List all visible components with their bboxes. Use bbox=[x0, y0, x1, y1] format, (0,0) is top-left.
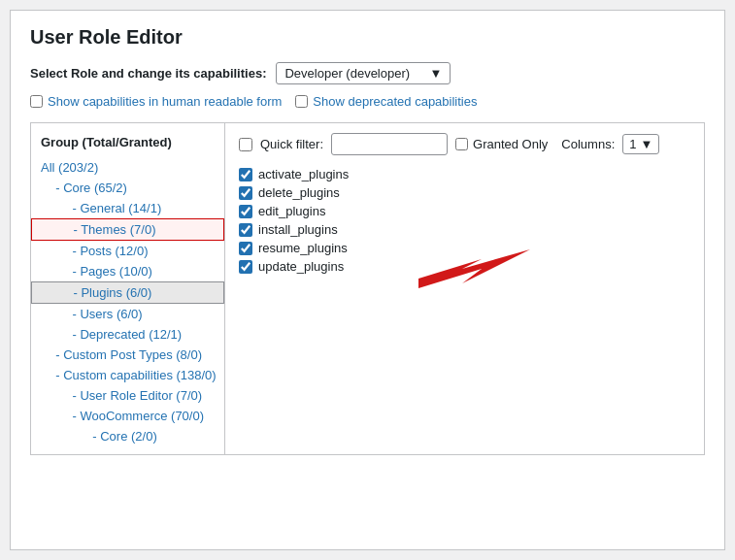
sidebar-item-woocommerce[interactable]: - WooCommerce (70/0) bbox=[31, 406, 224, 426]
quick-filter-label: Quick filter: bbox=[260, 137, 323, 151]
checkbox-activate-plugins[interactable] bbox=[239, 168, 252, 181]
filter-row: Quick filter: Granted Only Columns: 1 ▼ bbox=[239, 133, 690, 155]
capability-activate-plugins[interactable]: activate_plugins bbox=[239, 167, 690, 181]
human-readable-checkbox[interactable] bbox=[30, 95, 43, 108]
role-select-label: Select Role and change its capabilities: bbox=[30, 66, 266, 81]
sidebar-item-custom-post-types[interactable]: - Custom Post Types (8/0) bbox=[31, 345, 224, 365]
capability-name-delete-plugins: delete_plugins bbox=[258, 185, 340, 200]
checkbox-edit-plugins[interactable] bbox=[239, 205, 252, 218]
chevron-down-icon: ▼ bbox=[430, 66, 443, 81]
capability-install-plugins[interactable]: install_plugins bbox=[239, 222, 690, 237]
sidebar-item-general[interactable]: - General (14/1) bbox=[31, 198, 224, 218]
sidebar-item-custom-capabilities[interactable]: - Custom capabilities (138/0) bbox=[31, 365, 224, 385]
deprecated-checkbox-label[interactable]: Show deprecated capabilities bbox=[295, 94, 477, 109]
page-wrapper: User Role Editor Select Role and change … bbox=[10, 10, 725, 550]
capability-update-plugins[interactable]: update_plugins bbox=[239, 259, 690, 274]
deprecated-checkbox[interactable] bbox=[295, 95, 308, 108]
sidebar-item-plugins[interactable]: - Plugins (6/0) bbox=[31, 281, 224, 304]
page-title: User Role Editor bbox=[30, 26, 705, 49]
deprecated-label: Show deprecated capabilities bbox=[313, 94, 477, 109]
sidebar-item-core[interactable]: - Core (65/2) bbox=[31, 178, 224, 198]
checkbox-install-plugins[interactable] bbox=[239, 223, 252, 237]
sidebar-item-user-role-editor[interactable]: - User Role Editor (7/0) bbox=[31, 385, 224, 406]
sidebar-item-users[interactable]: - Users (6/0) bbox=[31, 304, 224, 324]
filter-all-checkbox[interactable] bbox=[239, 138, 252, 151]
sidebar-item-deprecated[interactable]: - Deprecated (12/1) bbox=[31, 324, 224, 345]
quick-filter-input[interactable] bbox=[331, 133, 448, 155]
columns-label: Columns: bbox=[561, 137, 615, 151]
capabilities-list: activate_plugins delete_plugins edit_plu… bbox=[239, 167, 690, 274]
capability-name-edit-plugins: edit_plugins bbox=[258, 204, 325, 218]
capability-name-activate-plugins: activate_plugins bbox=[258, 167, 349, 181]
sidebar-header: Group (Total/Granted) bbox=[31, 131, 224, 157]
sidebar-item-all[interactable]: All (203/2) bbox=[31, 157, 224, 178]
granted-only-text: Granted Only bbox=[473, 137, 548, 151]
capability-name-resume-plugins: resume_plugins bbox=[258, 241, 348, 255]
capability-resume-plugins[interactable]: resume_plugins bbox=[239, 241, 690, 255]
main-content: Group (Total/Granted) All (203/2) - Core… bbox=[30, 122, 705, 455]
granted-only-label[interactable]: Granted Only bbox=[455, 137, 548, 151]
checkbox-delete-plugins[interactable] bbox=[239, 186, 252, 200]
capability-edit-plugins[interactable]: edit_plugins bbox=[239, 204, 690, 218]
capability-name-install-plugins: install_plugins bbox=[258, 222, 338, 237]
granted-only-checkbox[interactable] bbox=[455, 138, 468, 150]
role-dropdown-value: Developer (developer) bbox=[284, 66, 410, 81]
capability-name-update-plugins: update_plugins bbox=[258, 259, 344, 274]
role-dropdown[interactable]: Developer (developer) ▼ bbox=[276, 62, 451, 84]
sidebar-item-posts[interactable]: - Posts (12/0) bbox=[31, 241, 224, 261]
capabilities-panel: Quick filter: Granted Only Columns: 1 ▼ … bbox=[225, 123, 704, 454]
role-select-row: Select Role and change its capabilities:… bbox=[30, 62, 705, 84]
checkbox-update-plugins[interactable] bbox=[239, 260, 252, 274]
sidebar-item-pages[interactable]: - Pages (10/0) bbox=[31, 261, 224, 281]
sidebar: Group (Total/Granted) All (203/2) - Core… bbox=[31, 123, 225, 454]
human-readable-checkbox-label[interactable]: Show capabilities in human readable form bbox=[30, 94, 282, 109]
arrow-container: activate_plugins delete_plugins edit_plu… bbox=[239, 167, 690, 274]
sidebar-item-themes[interactable]: - Themes (7/0) bbox=[31, 218, 224, 241]
columns-chevron-icon: ▼ bbox=[641, 137, 653, 151]
sidebar-item-woo-core[interactable]: - Core (2/0) bbox=[31, 426, 224, 446]
checkbox-resume-plugins[interactable] bbox=[239, 242, 252, 255]
capability-delete-plugins[interactable]: delete_plugins bbox=[239, 185, 690, 200]
columns-value: 1 bbox=[629, 137, 636, 151]
checkboxes-row: Show capabilities in human readable form… bbox=[30, 94, 705, 109]
human-readable-label: Show capabilities in human readable form bbox=[48, 94, 282, 109]
columns-dropdown[interactable]: 1 ▼ bbox=[622, 134, 659, 154]
